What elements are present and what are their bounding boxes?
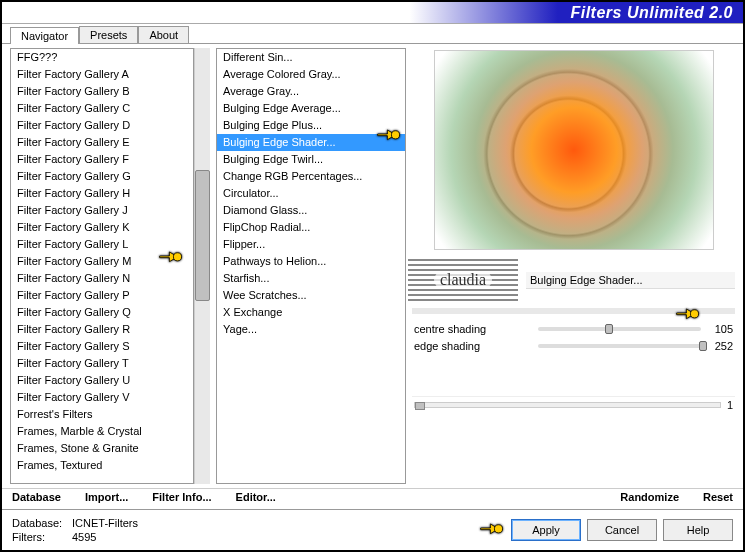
category-item[interactable]: Filter Factory Gallery T [11,355,193,372]
editor-action[interactable]: Editor... [236,491,276,503]
param-slider[interactable] [538,327,701,331]
cancel-button[interactable]: Cancel [587,519,657,541]
filter-item[interactable]: Bulging Edge Plus... [217,117,405,134]
category-item[interactable]: Filter Factory Gallery K [11,219,193,236]
filter-list[interactable]: Different Sin...Average Colored Gray...A… [216,48,406,484]
preview-panel: claudia Bulging Edge Shader... centre sh… [412,48,735,484]
help-button[interactable]: Help [663,519,733,541]
svg-point-3 [494,524,502,532]
param-value: 252 [705,340,733,352]
randomize-action[interactable]: Randomize [620,491,679,503]
category-item[interactable]: Frames, Marble & Crystal [11,423,193,440]
filter-item[interactable]: Different Sin... [217,49,405,66]
category-item[interactable]: Filter Factory Gallery L [11,236,193,253]
category-scrollbar[interactable] [194,48,210,484]
filter-item[interactable]: Pathways to Helion... [217,253,405,270]
param-value: 105 [705,323,733,335]
category-item[interactable]: Filter Factory Gallery F [11,151,193,168]
category-item[interactable]: Filter Factory Gallery Q [11,304,193,321]
filter-item[interactable]: Flipper... [217,236,405,253]
reset-action[interactable]: Reset [703,491,733,503]
category-list[interactable]: FFG???Filter Factory Gallery AFilter Fac… [10,48,194,484]
main-area: FFG???Filter Factory Gallery AFilter Fac… [2,44,743,488]
footer-info: Database:ICNET-Filters Filters:4595 [12,516,138,544]
category-item[interactable]: Filter Factory Gallery S [11,338,193,355]
watermark-badge: claudia [408,256,518,304]
param-row: edge shading252 [412,337,735,354]
db-label: Database: [12,516,72,530]
footer: Database:ICNET-Filters Filters:4595 Appl… [2,509,743,550]
param-row: centre shading105 [412,320,735,337]
filter-item[interactable]: Bulging Edge Average... [217,100,405,117]
filter-item[interactable]: Average Colored Gray... [217,66,405,83]
filter-info-action[interactable]: Filter Info... [152,491,211,503]
filter-item[interactable]: Average Gray... [217,83,405,100]
filter-item[interactable]: Bulging Edge Twirl... [217,151,405,168]
category-item[interactable]: Filter Factory Gallery M [11,253,193,270]
tab-presets[interactable]: Presets [79,26,138,43]
category-item[interactable]: Filter Factory Gallery R [11,321,193,338]
category-item[interactable]: Filter Factory Gallery P [11,287,193,304]
category-item[interactable]: Filter Factory Gallery D [11,117,193,134]
category-panel: FFG???Filter Factory Gallery AFilter Fac… [10,48,210,484]
filter-item[interactable]: FlipChop Radial... [217,219,405,236]
filter-item[interactable]: Yage... [217,321,405,338]
filters-count-label: Filters: [12,530,72,544]
tab-about[interactable]: About [138,26,189,43]
tab-navigator[interactable]: Navigator [10,27,79,44]
category-item[interactable]: Filter Factory Gallery E [11,134,193,151]
tab-strip: Navigator Presets About [2,24,743,44]
pager-slider[interactable] [414,402,721,408]
divider [412,308,735,314]
pager: 1 [412,396,735,413]
category-item[interactable]: Filter Factory Gallery B [11,83,193,100]
param-label: centre shading [414,323,534,335]
filter-panel: Different Sin...Average Colored Gray...A… [216,48,406,484]
title-bar: Filters Unlimited 2.0 [2,2,743,24]
category-item[interactable]: Filter Factory Gallery J [11,202,193,219]
filter-item[interactable]: Bulging Edge Shader... [217,134,405,151]
param-label: edge shading [414,340,534,352]
db-value: ICNET-Filters [72,517,138,529]
action-bar: Database Import... Filter Info... Editor… [2,488,743,509]
preview-image [434,50,714,250]
category-item[interactable]: Filter Factory Gallery U [11,372,193,389]
page-number: 1 [727,399,733,411]
param-slider[interactable] [538,344,701,348]
filters-count-value: 4595 [72,531,96,543]
category-item[interactable]: Frames, Textured [11,457,193,474]
category-item[interactable]: Filter Factory Gallery G [11,168,193,185]
category-item[interactable]: Filter Factory Gallery A [11,66,193,83]
category-item[interactable]: Forrest's Filters [11,406,193,423]
apply-button[interactable]: Apply [511,519,581,541]
app-title: Filters Unlimited 2.0 [570,4,733,22]
category-item[interactable]: FFG??? [11,49,193,66]
watermark-text: claudia [434,271,492,289]
filter-item[interactable]: Wee Scratches... [217,287,405,304]
category-item[interactable]: Frames, Stone & Granite [11,440,193,457]
filter-item[interactable]: Diamond Glass... [217,202,405,219]
category-item[interactable]: Filter Factory Gallery C [11,100,193,117]
database-action[interactable]: Database [12,491,61,503]
category-item[interactable]: Filter Factory Gallery V [11,389,193,406]
category-item[interactable]: Filter Factory Gallery H [11,185,193,202]
current-filter-name: Bulging Edge Shader... [526,272,735,289]
filter-item[interactable]: Starfish... [217,270,405,287]
pointer-icon [479,518,505,543]
filter-item[interactable]: Circulator... [217,185,405,202]
import-action[interactable]: Import... [85,491,128,503]
category-item[interactable]: Filter Factory Gallery N [11,270,193,287]
filter-item[interactable]: Change RGB Percentages... [217,168,405,185]
filter-item[interactable]: X Exchange [217,304,405,321]
